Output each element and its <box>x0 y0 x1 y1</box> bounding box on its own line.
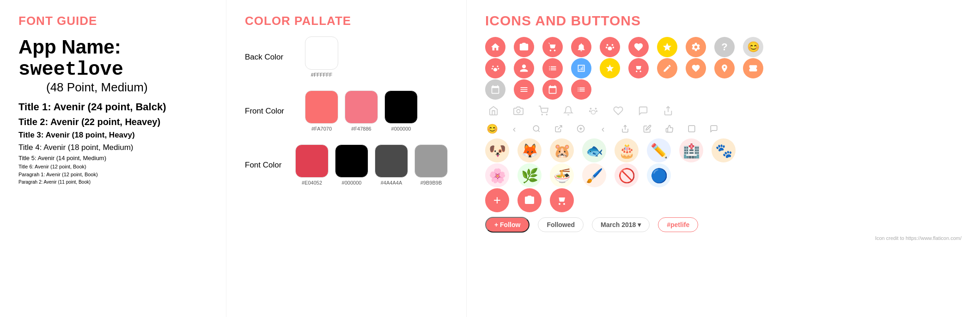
animal-row-2: 🌸 🌿 🍜 🖌️ 🚫 🔵 <box>485 163 962 187</box>
svg-rect-23 <box>688 126 695 132</box>
home-icon[interactable] <box>485 37 505 57</box>
svg-line-17 <box>538 130 539 132</box>
swatch-f47886: #F47886 <box>345 90 378 132</box>
chat-outline-icon[interactable] <box>635 102 651 119</box>
chat-bubble-icon[interactable] <box>707 122 721 136</box>
swatch-light-gray-label: #9B9B9B <box>420 180 442 185</box>
swatch-dark-gray <box>375 144 408 178</box>
star2-icon[interactable] <box>600 58 620 78</box>
external-link-icon[interactable] <box>552 122 566 136</box>
star-icon[interactable] <box>657 37 677 57</box>
heart-outline-icon[interactable] <box>610 102 627 119</box>
paw2-icon[interactable] <box>485 58 505 78</box>
icon-row-2 <box>485 58 962 78</box>
back-color-row: Back Color #FFFFFF <box>245 36 448 78</box>
smiley-small-icon[interactable]: 😊 <box>485 122 499 136</box>
swatch-font-black: #000000 <box>335 144 368 185</box>
bowl-icon[interactable]: 🍜 <box>550 163 574 187</box>
outline-icon-row <box>485 102 962 119</box>
cart-icon[interactable] <box>542 37 563 57</box>
question-icon[interactable]: ? <box>714 37 735 57</box>
dog-icon[interactable]: 🐶 <box>485 138 509 162</box>
font-entry-2: Title 2: Avenir (22 point, Heavey) <box>18 115 207 129</box>
chevron-left-icon[interactable]: ‹ <box>507 122 521 136</box>
camera-icon[interactable] <box>514 37 534 57</box>
location-icon[interactable] <box>714 58 735 78</box>
paw-animal-icon[interactable]: 🐾 <box>712 138 736 162</box>
fish-icon[interactable]: 🐟 <box>582 138 606 162</box>
pencil-icon[interactable]: ✏️ <box>647 138 671 162</box>
hashtag-button[interactable]: #petlife <box>658 217 698 232</box>
font-color-label: Font Color <box>245 161 295 170</box>
add-button[interactable]: + <box>485 188 509 212</box>
svg-point-5 <box>497 66 498 67</box>
svg-point-1 <box>612 44 614 46</box>
swatch-white-label: #FFFFFF <box>311 72 332 78</box>
month-button[interactable]: March 2018 ▾ <box>592 217 650 232</box>
menu-icon[interactable] <box>514 79 534 100</box>
swatch-white <box>305 36 338 70</box>
no-icon[interactable]: 🚫 <box>615 163 639 187</box>
icons-section-title: ICONS AND BUTTONS <box>485 13 962 29</box>
heart-orange-icon[interactable] <box>686 58 706 78</box>
cat-icon[interactable]: 🦊 <box>517 138 542 162</box>
pink-animal-icon[interactable]: 🌸 <box>485 163 509 187</box>
share2-icon[interactable] <box>618 122 632 136</box>
add-circle-icon[interactable] <box>574 122 588 136</box>
edit-icon[interactable] <box>640 122 654 136</box>
swatch-font-black-label: #000000 <box>342 180 362 185</box>
search-icon[interactable] <box>530 122 543 136</box>
cart-action-button[interactable] <box>550 188 574 212</box>
green-animal-icon[interactable]: 🌿 <box>517 163 542 187</box>
list2-icon[interactable] <box>571 79 591 100</box>
app-name-sub: (48 Point, Medium) <box>46 80 207 95</box>
cart2-icon[interactable] <box>628 58 649 78</box>
medical-icon[interactable]: 🏥 <box>679 138 703 162</box>
cake-icon[interactable]: 🎂 <box>615 138 639 162</box>
svg-point-9 <box>542 114 542 115</box>
gear-icon[interactable] <box>686 37 706 57</box>
action-btn-row: + <box>485 188 962 212</box>
thumbsup-icon[interactable] <box>663 122 676 136</box>
swatch-red-label: #FA7070 <box>311 126 332 132</box>
font-entry-1: Title 1: Avenir (24 point, Balck) <box>18 99 207 115</box>
swatch-000000: #000000 <box>384 90 418 132</box>
paw-outline-icon[interactable] <box>585 102 602 119</box>
hamster-icon[interactable]: 🐹 <box>550 138 574 162</box>
square-icon[interactable] <box>685 122 699 136</box>
swatch-font-black <box>335 144 368 178</box>
svg-point-2 <box>606 47 608 48</box>
list-icon[interactable] <box>542 58 563 78</box>
share-outline-icon[interactable] <box>660 102 676 119</box>
swatch-9b9b9b: #9B9B9B <box>414 144 448 185</box>
app-name-cursive: sweetlove <box>18 59 123 81</box>
font-entry-5: Title 5: Avenir (14 point, Medium) <box>18 154 207 163</box>
circle-text-icon[interactable]: 🔵 <box>647 163 671 187</box>
follow-button[interactable]: + Follow <box>485 217 530 233</box>
color-pallate-section: COLOR PALLATE Back Color #FFFFFF Front C… <box>226 0 467 317</box>
heart-red-icon[interactable] <box>628 37 649 57</box>
bell-icon[interactable] <box>571 37 591 57</box>
note-icon[interactable] <box>657 58 677 78</box>
color-pallate-title: COLOR PALLATE <box>245 14 448 28</box>
swatch-black <box>384 90 418 124</box>
home-outline-icon[interactable] <box>485 102 502 119</box>
brush-icon[interactable]: 🖌️ <box>582 163 606 187</box>
camera-action-button[interactable] <box>517 188 542 212</box>
chart-icon[interactable] <box>571 58 591 78</box>
bell-outline-icon[interactable] <box>560 102 577 119</box>
cart-outline-icon[interactable] <box>535 102 552 119</box>
svg-point-10 <box>546 114 547 115</box>
camera-outline-icon[interactable] <box>510 102 527 119</box>
smiley-icon[interactable]: 😊 <box>743 37 763 57</box>
person-icon[interactable] <box>514 58 534 78</box>
svg-point-12 <box>595 108 597 110</box>
calendar-red-icon[interactable] <box>542 79 563 100</box>
calendar-gray-icon[interactable] <box>485 79 505 100</box>
svg-point-7 <box>498 68 499 69</box>
ticket-icon[interactable] <box>743 58 763 78</box>
chevron-left2-icon[interactable]: ‹ <box>596 122 610 136</box>
paw-icon[interactable] <box>600 37 620 57</box>
followed-button[interactable]: Followed <box>538 217 584 232</box>
font-entry-7: Paragrah 1: Avenir (12 point, Book) <box>18 171 207 179</box>
